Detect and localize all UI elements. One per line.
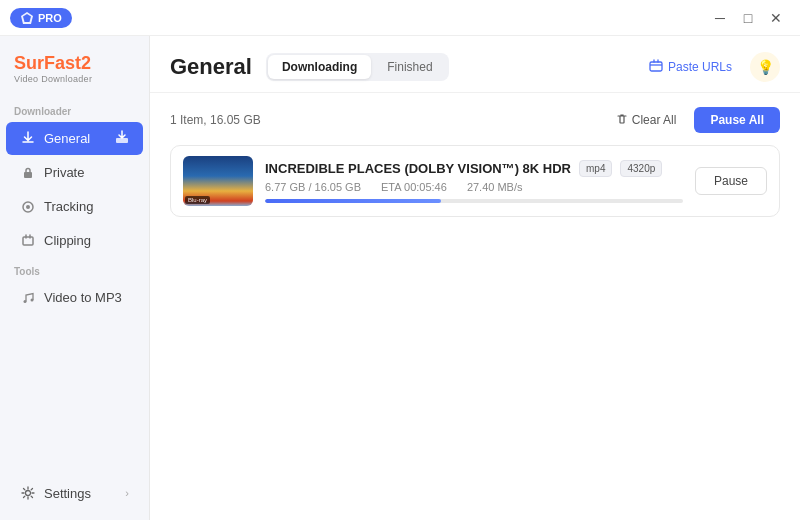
close-button[interactable]: ✕ — [762, 4, 790, 32]
app-logo-name: SurFast2 — [14, 54, 135, 74]
maximize-button[interactable]: □ — [734, 4, 762, 32]
lock-icon — [20, 165, 36, 181]
diamond-icon — [20, 11, 34, 25]
tools-section-label: Tools — [0, 258, 149, 281]
svg-point-8 — [31, 298, 34, 301]
trash-icon — [616, 113, 628, 128]
pause-button[interactable]: Pause — [695, 167, 767, 195]
content-area: General Downloading Finished Paste URLs — [150, 36, 800, 520]
download-icon — [20, 130, 36, 146]
page-title: General — [170, 54, 252, 80]
quality-badge: 4320p — [620, 160, 662, 177]
downloader-section-label: Downloader — [0, 98, 149, 121]
list-actions: Clear All Pause All — [606, 107, 780, 133]
lightbulb-icon: 💡 — [757, 59, 774, 75]
clipping-icon — [20, 233, 36, 249]
sidebar-item-private-label: Private — [44, 165, 84, 180]
sidebar-item-video-to-mp3-label: Video to MP3 — [44, 290, 122, 305]
svg-point-9 — [26, 491, 31, 496]
format-badge: mp4 — [579, 160, 612, 177]
main-layout: SurFast2 Video Downloader Downloader Gen… — [0, 36, 800, 520]
sidebar-item-video-to-mp3[interactable]: Video to MP3 — [6, 282, 143, 314]
sidebar-item-tracking[interactable]: Tracking — [6, 191, 143, 223]
app-logo: SurFast2 Video Downloader — [0, 46, 149, 98]
thumbnail-label: Blu-ray — [185, 196, 210, 204]
content-header: General Downloading Finished Paste URLs — [150, 36, 800, 93]
sidebar: SurFast2 Video Downloader Downloader Gen… — [0, 36, 150, 520]
lightbulb-button[interactable]: 💡 — [750, 52, 780, 82]
header-actions: Paste URLs 💡 — [641, 52, 780, 82]
sidebar-item-general[interactable]: General — [6, 122, 143, 155]
svg-rect-10 — [650, 62, 662, 71]
sidebar-item-clipping[interactable]: Clipping — [6, 225, 143, 257]
maximize-icon: □ — [744, 10, 752, 26]
speed: 27.40 MB/s — [467, 181, 523, 193]
chevron-right-icon: › — [125, 487, 129, 499]
pro-label: PRO — [38, 12, 62, 24]
tracking-icon — [20, 199, 36, 215]
progress-bar-container — [265, 199, 683, 203]
download-meta: 6.77 GB / 16.05 GB ETA 00:05:46 27.40 MB… — [265, 181, 683, 193]
general-download-icon — [115, 130, 129, 147]
paste-urls-button[interactable]: Paste URLs — [641, 54, 740, 81]
content-body: 1 Item, 16.05 GB Clear All Pause All — [150, 93, 800, 520]
paste-urls-label: Paste URLs — [668, 60, 732, 74]
link-icon — [649, 59, 663, 76]
svg-rect-3 — [24, 172, 32, 178]
settings-item[interactable]: Settings › — [6, 477, 143, 509]
pause-all-button[interactable]: Pause All — [694, 107, 780, 133]
app-logo-subtitle: Video Downloader — [14, 74, 135, 84]
list-info: 1 Item, 16.05 GB — [170, 113, 261, 127]
sidebar-item-tracking-label: Tracking — [44, 199, 93, 214]
title-bar: PRO ─ □ ✕ — [0, 0, 800, 36]
clear-all-button[interactable]: Clear All — [606, 108, 687, 133]
minimize-button[interactable]: ─ — [706, 4, 734, 32]
sidebar-item-private[interactable]: Private — [6, 157, 143, 189]
svg-point-7 — [24, 300, 27, 303]
download-item: Blu-ray INCREDIBLE PLACES (DOLBY VISION™… — [170, 145, 780, 217]
settings-icon — [20, 485, 36, 501]
close-icon: ✕ — [770, 10, 782, 26]
tab-downloading[interactable]: Downloading — [268, 55, 371, 79]
tab-finished[interactable]: Finished — [373, 55, 446, 79]
sidebar-item-general-label: General — [44, 131, 90, 146]
clear-all-label: Clear All — [632, 113, 677, 127]
music-icon — [20, 290, 36, 306]
eta: ETA 00:05:46 — [381, 181, 447, 193]
pro-badge[interactable]: PRO — [10, 8, 72, 28]
download-info: INCREDIBLE PLACES (DOLBY VISION™) 8K HDR… — [265, 160, 683, 203]
list-header: 1 Item, 16.05 GB Clear All Pause All — [170, 107, 780, 133]
svg-rect-6 — [23, 237, 33, 245]
sidebar-item-clipping-label: Clipping — [44, 233, 91, 248]
progress-bar-fill — [265, 199, 441, 203]
settings-label: Settings — [44, 486, 91, 501]
video-thumbnail: Blu-ray — [183, 156, 253, 206]
download-title-row: INCREDIBLE PLACES (DOLBY VISION™) 8K HDR… — [265, 160, 683, 177]
progress-size: 6.77 GB / 16.05 GB — [265, 181, 361, 193]
minimize-icon: ─ — [715, 10, 725, 26]
download-title: INCREDIBLE PLACES (DOLBY VISION™) 8K HDR — [265, 161, 571, 176]
svg-point-5 — [26, 205, 30, 209]
tab-group: Downloading Finished — [266, 53, 449, 81]
